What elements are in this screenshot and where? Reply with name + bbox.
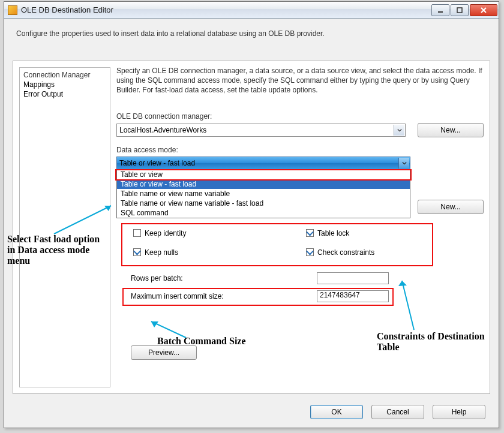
option-table-variable[interactable]: Table name or view name variable	[117, 189, 410, 199]
option-table-variable-fast-load[interactable]: Table name or view name variable - fast …	[117, 199, 410, 208]
data-access-mode-value: Table or view - fast load	[119, 159, 195, 167]
new-table-button[interactable]: New...	[418, 200, 484, 214]
data-access-mode-dropdown[interactable]: Table or view - fast load	[116, 157, 410, 170]
svg-marker-9	[398, 281, 407, 286]
keep-nulls-label: Keep nulls	[145, 248, 178, 257]
minimize-icon	[437, 7, 443, 13]
checkbox-icon	[306, 229, 314, 237]
annotation-constraints: Constraints of Destination Table	[377, 331, 485, 353]
chevron-down-icon	[394, 125, 404, 136]
max-commit-size-input[interactable]: 2147483647	[317, 290, 389, 302]
check-constraints-checkbox[interactable]: Check constraints	[306, 248, 479, 257]
help-button[interactable]: Help	[433, 405, 485, 419]
app-icon	[8, 5, 17, 15]
rows-per-batch-label: Rows per batch:	[131, 274, 183, 282]
chevron-down-icon	[398, 158, 409, 169]
fastload-options: Keep identity Table lock Keep nulls	[116, 224, 484, 264]
svg-line-4	[54, 206, 111, 234]
conn-manager-label: OLE DB connection manager:	[116, 112, 484, 121]
table-lock-label: Table lock	[317, 229, 349, 237]
conn-manager-dropdown[interactable]: LocalHost.AdventureWorks	[116, 124, 406, 137]
arrow-constraints	[396, 276, 426, 333]
data-access-mode-label: Data access mode:	[116, 146, 484, 154]
checkbox-icon	[133, 229, 141, 237]
svg-line-8	[402, 281, 414, 330]
footer: OK Cancel Help	[310, 405, 485, 419]
option-table-or-view[interactable]: Table or view	[117, 170, 410, 179]
option-table-or-view-fast-load[interactable]: Table or view - fast load	[117, 179, 410, 189]
keep-identity-label: Keep identity	[145, 229, 186, 237]
arrow-fast-load	[36, 201, 120, 237]
annotation-batch-size: Batch Command Size	[157, 336, 246, 347]
panel-description: Specify an OLE DB connection manager, a …	[116, 66, 484, 95]
preview-button[interactable]: Preview...	[131, 345, 197, 360]
data-access-mode-listbox[interactable]: Table or view Table or view - fast load …	[116, 169, 410, 218]
option-sql-command[interactable]: SQL command	[117, 208, 410, 218]
dialog-description: Configure the properties used to insert …	[16, 29, 487, 38]
sidebar-item-connection-manager[interactable]: Connection Manager	[23, 70, 106, 80]
checkbox-icon	[133, 248, 141, 256]
conn-manager-value: LocalHost.AdventureWorks	[119, 126, 206, 134]
check-constraints-label: Check constraints	[317, 248, 374, 257]
table-lock-checkbox[interactable]: Table lock	[306, 229, 479, 237]
titlebar[interactable]: OLE DB Destination Editor	[4, 2, 499, 19]
keep-identity-checkbox[interactable]: Keep identity	[133, 229, 306, 237]
ok-button[interactable]: OK	[310, 405, 363, 419]
keep-nulls-checkbox[interactable]: Keep nulls	[133, 248, 306, 257]
sidebar-item-mappings[interactable]: Mappings	[23, 80, 106, 89]
new-connection-button[interactable]: New...	[418, 123, 484, 137]
annotation-fast-load: Select Fast load option in Data access m…	[7, 234, 103, 266]
close-icon	[480, 7, 487, 14]
maximize-icon	[457, 7, 463, 13]
max-commit-size-label: Maximum insert commit size:	[131, 292, 224, 300]
close-button[interactable]	[470, 4, 497, 16]
minimize-button[interactable]	[431, 4, 449, 16]
sidebar-item-error-output[interactable]: Error Output	[23, 89, 106, 99]
cancel-button[interactable]: Cancel	[371, 405, 424, 419]
checkbox-icon	[306, 248, 314, 256]
maximize-button[interactable]	[451, 4, 469, 16]
window-title: OLE DB Destination Editor	[21, 5, 430, 14]
svg-rect-1	[457, 8, 462, 13]
rows-per-batch-input[interactable]	[317, 272, 389, 284]
